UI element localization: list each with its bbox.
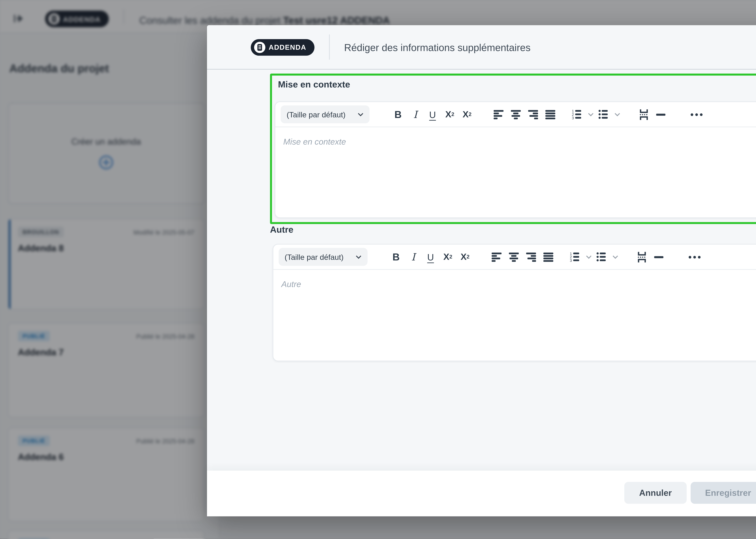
chevron-down-icon	[356, 255, 361, 259]
font-size-dropdown-label: (Taille par défaut)	[285, 253, 343, 261]
bullet-list-icon[interactable]	[595, 105, 613, 123]
page-break-icon[interactable]	[635, 105, 652, 123]
align-left-icon[interactable]	[490, 105, 508, 123]
superscript-2: 2	[467, 254, 470, 260]
svg-text:3: 3	[570, 259, 572, 262]
align-justify-icon[interactable]	[540, 248, 557, 266]
more-options-icon[interactable]	[688, 105, 705, 123]
richtext-editor-mise-en-contexte: (Taille par défaut) B I U X2 X2 123	[275, 101, 756, 218]
underline-button[interactable]: U	[422, 248, 439, 266]
addenda-document-icon	[254, 41, 265, 53]
editor-toolbar: (Taille par défaut) B I U X2 X2 123	[273, 245, 756, 270]
align-center-icon[interactable]	[506, 248, 523, 266]
modal-logo: ADDENDA	[251, 39, 314, 55]
superscript-x: X	[461, 252, 467, 262]
ordered-list-icon[interactable]: 123	[569, 105, 586, 123]
align-right-icon[interactable]	[523, 248, 540, 266]
cancel-button[interactable]: Annuler	[624, 482, 687, 504]
superscript-x: X	[462, 110, 469, 119]
align-justify-icon[interactable]	[542, 105, 559, 123]
italic-button[interactable]: I	[405, 248, 422, 266]
superscript-button[interactable]: X2	[456, 248, 474, 266]
font-size-dropdown[interactable]: (Taille par défaut)	[281, 106, 370, 123]
richtext-editor-autre: (Taille par défaut) B I U X2 X2 123	[273, 244, 756, 361]
editor-content-area[interactable]: Autre	[273, 270, 756, 298]
bold-button[interactable]: B	[387, 248, 405, 266]
superscript-button[interactable]: X2	[458, 105, 476, 123]
modal-logo-text: ADDENDA	[269, 43, 306, 51]
align-center-icon[interactable]	[508, 105, 525, 123]
chevron-down-icon	[358, 113, 363, 116]
bullet-list-chevron-icon[interactable]	[611, 255, 619, 259]
subscript-2: 2	[451, 111, 454, 117]
align-right-icon[interactable]	[525, 105, 542, 123]
subscript-button[interactable]: X2	[439, 248, 456, 266]
font-size-dropdown[interactable]: (Taille par défaut)	[279, 248, 368, 266]
edit-supplementary-info-modal: ADDENDA Rédiger des informations supplém…	[207, 25, 756, 516]
bold-button[interactable]: B	[390, 105, 407, 123]
italic-button[interactable]: I	[407, 105, 424, 123]
page-break-icon[interactable]	[633, 248, 650, 266]
svg-text:3: 3	[572, 116, 574, 119]
section-mise-en-contexte: Mise en contexte (Taille par défaut) B I…	[270, 74, 756, 224]
ordered-list-chevron-icon[interactable]	[584, 255, 593, 259]
modal-title: Rédiger des informations supplémentaires	[344, 41, 530, 53]
underline-button[interactable]: U	[424, 105, 441, 123]
editor-placeholder: Autre	[281, 280, 301, 289]
more-options-icon[interactable]	[686, 248, 703, 266]
editor-placeholder: Mise en contexte	[283, 137, 346, 146]
section-label: Mise en contexte	[278, 80, 350, 90]
align-left-icon[interactable]	[488, 248, 506, 266]
horizontal-line-icon[interactable]	[652, 105, 669, 123]
modal-footer: Annuler Enregistrer	[207, 471, 756, 516]
subscript-2: 2	[449, 254, 452, 260]
bullet-list-icon[interactable]	[593, 248, 611, 266]
bullet-list-chevron-icon[interactable]	[613, 113, 621, 116]
subscript-button[interactable]: X2	[441, 105, 458, 123]
subscript-x: X	[445, 110, 451, 119]
subscript-x: X	[443, 252, 449, 262]
editor-content-area[interactable]: Mise en contexte	[275, 127, 756, 155]
ordered-list-chevron-icon[interactable]	[586, 113, 595, 116]
editor-toolbar: (Taille par défaut) B I U X2 X2 123	[275, 102, 756, 127]
section-label-autre: Autre	[270, 225, 294, 235]
screen: ADDENDA Consulter les addenda du projet …	[0, 0, 756, 539]
ordered-list-icon[interactable]: 123	[567, 248, 584, 266]
horizontal-line-icon[interactable]	[650, 248, 667, 266]
modal-header: ADDENDA Rédiger des informations supplém…	[207, 25, 756, 70]
superscript-2: 2	[469, 111, 472, 117]
save-button[interactable]: Enregistrer	[691, 482, 756, 504]
font-size-dropdown-label: (Taille par défaut)	[287, 111, 346, 118]
modal-header-divider	[329, 35, 330, 60]
